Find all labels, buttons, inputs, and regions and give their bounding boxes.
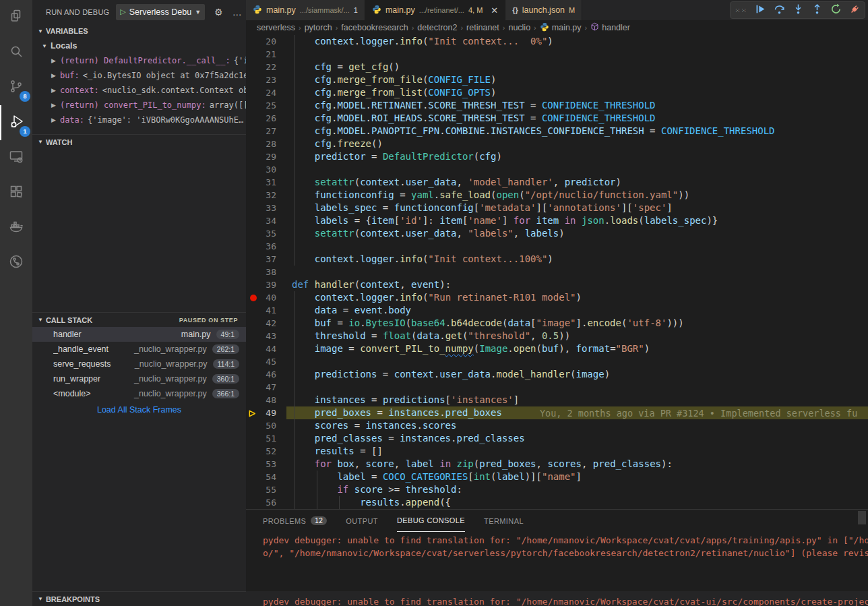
- code-line[interactable]: 30: [246, 163, 868, 176]
- gutter[interactable]: 30: [246, 163, 286, 176]
- gutter[interactable]: 56: [246, 496, 286, 509]
- breadcrumb-item-detectron2[interactable]: detectron2: [417, 23, 457, 32]
- variable-row[interactable]: ▶buf:<_io.BytesIO object at 0x7f5a2dc1ec…: [32, 68, 246, 83]
- call-stack-frame[interactable]: _handle_event_nuclio_wrapper.py262:1: [32, 342, 246, 357]
- gutter[interactable]: 43: [246, 330, 286, 342]
- gutter[interactable]: 48: [246, 394, 286, 406]
- gutter[interactable]: 38: [246, 266, 286, 278]
- code-line[interactable]: 23 cfg.merge_from_file(CONFIG_FILE): [246, 73, 868, 86]
- activity-item-run-and-debug[interactable]: 1: [0, 105, 32, 140]
- code-line[interactable]: 34 labels = {item['id']: item['name'] fo…: [246, 214, 868, 227]
- call-stack-section-header[interactable]: ▼ CALL STACK PAUSED ON STEP: [32, 312, 246, 327]
- breadcrumb-item-nuclio[interactable]: nuclio: [508, 23, 530, 32]
- gutter[interactable]: 28: [246, 138, 286, 150]
- toolbar-grip-icon[interactable]: ⁙⁙: [735, 7, 747, 14]
- code-line[interactable]: 21: [246, 48, 868, 61]
- gutter[interactable]: 31: [246, 176, 286, 189]
- gutter[interactable]: 36: [246, 240, 286, 253]
- step-over-button[interactable]: [773, 4, 785, 16]
- gutter[interactable]: 29: [246, 150, 286, 163]
- code-line[interactable]: 33 labels_spec = functionconfig['metadat…: [246, 202, 868, 214]
- code-line[interactable]: 47: [246, 381, 868, 394]
- variable-row[interactable]: ▶(return) DefaultPredictor.__call__:{'in…: [32, 53, 246, 68]
- code-line[interactable]: 39def handler(context, event):: [246, 278, 868, 291]
- panel-scrollbar-thumb[interactable]: [858, 511, 866, 524]
- code-line[interactable]: 45: [246, 355, 868, 368]
- activity-item-explorer[interactable]: [0, 0, 32, 35]
- tab-launch.json[interactable]: {}launch.jsonM: [505, 0, 582, 20]
- gutter[interactable]: 33: [246, 202, 286, 214]
- gutter[interactable]: 50: [246, 419, 286, 432]
- code-line[interactable]: 36: [246, 240, 868, 253]
- breakpoints-section-header[interactable]: ▼ BREAKPOINTS: [32, 591, 246, 606]
- gutter[interactable]: 34: [246, 214, 286, 227]
- gutter[interactable]: 25: [246, 99, 286, 112]
- code-line[interactable]: 52 results = []: [246, 445, 868, 458]
- gutter[interactable]: 51: [246, 432, 286, 445]
- gutter[interactable]: 46: [246, 368, 286, 381]
- code-line[interactable]: 31 setattr(context.user_data, 'model_han…: [246, 176, 868, 189]
- code-line[interactable]: 55 if score >= threshold:: [246, 483, 868, 496]
- code-line[interactable]: 54 label = COCO_CATEGORIES[int(label)]["…: [246, 471, 868, 483]
- gutter[interactable]: 20: [246, 35, 286, 48]
- disconnect-button[interactable]: [848, 4, 861, 16]
- code-line[interactable]: 20 context.logger.info("Init context... …: [246, 35, 868, 48]
- panel-tab-debug-console[interactable]: DEBUG CONSOLE: [397, 510, 465, 532]
- call-stack-frame[interactable]: handlermain.py49:1: [32, 327, 246, 342]
- gutter[interactable]: 44: [246, 342, 286, 355]
- gutter[interactable]: 39: [246, 278, 286, 291]
- code-line[interactable]: 42 buf = io.BytesIO(base64.b64decode(dat…: [246, 317, 868, 330]
- gutter[interactable]: 45: [246, 355, 286, 368]
- gutter[interactable]: 41: [246, 304, 286, 317]
- code-line[interactable]: 40 context.logger.info("Run retinanet-R1…: [246, 291, 868, 304]
- code-line[interactable]: 53 for box, score, label in zip(pred_box…: [246, 458, 868, 471]
- code-line[interactable]: 25 cfg.MODEL.RETINANET.SCORE_THRESH_TEST…: [246, 99, 868, 112]
- gutter[interactable]: 23: [246, 73, 286, 86]
- code-line[interactable]: 35 setattr(context.user_data, "labels", …: [246, 227, 868, 240]
- code-line[interactable]: 32 functionconfig = yaml.safe_load(open(…: [246, 189, 868, 202]
- code-line[interactable]: 50 scores = instances.scores: [246, 419, 868, 432]
- breadcrumb-item-pytorch[interactable]: pytorch: [305, 23, 332, 32]
- gutter[interactable]: 24: [246, 86, 286, 99]
- locals-scope-row[interactable]: ▼ Locals: [32, 38, 246, 53]
- debug-config-dropdown[interactable]: ▷ Serverless Debu ▼: [116, 4, 205, 20]
- code-line[interactable]: 27 cfg.MODEL.PANOPTIC_FPN.COMBINE.INSTAN…: [246, 125, 868, 138]
- call-stack-frame[interactable]: run_wrapper_nuclio_wrapper.py360:1: [32, 371, 246, 386]
- gutter[interactable]: 55: [246, 483, 286, 496]
- panel-tab-terminal[interactable]: TERMINAL: [484, 510, 524, 532]
- code-line[interactable]: 49 pred_boxes = instances.pred_boxesYou,…: [246, 406, 868, 419]
- load-all-stack-frames-link[interactable]: Load All Stack Frames: [32, 401, 246, 419]
- panel-tab-output[interactable]: OUTPUT: [346, 510, 378, 532]
- gear-icon[interactable]: ⚙: [214, 7, 223, 18]
- code-line[interactable]: 41 data = event.body: [246, 304, 868, 317]
- gutter[interactable]: 42: [246, 317, 286, 330]
- code-line[interactable]: 48 instances = predictions['instances']: [246, 394, 868, 406]
- breadcrumb-item-mainpy[interactable]: main.py: [540, 22, 582, 34]
- activity-item-git-graph[interactable]: [0, 245, 32, 280]
- gutter[interactable]: 40: [246, 291, 286, 304]
- close-icon[interactable]: ✕: [491, 5, 498, 16]
- step-into-button[interactable]: [792, 4, 804, 16]
- code-line[interactable]: 26 cfg.MODEL.ROI_HEADS.SCORE_THRESH_TEST…: [246, 112, 868, 125]
- breadcrumb-item-serverless[interactable]: serverless: [257, 23, 295, 32]
- gutter[interactable]: 52: [246, 445, 286, 458]
- panel-tab-problems[interactable]: PROBLEMS12: [263, 510, 327, 532]
- breadcrumb-item-retinanet[interactable]: retinanet: [466, 23, 499, 32]
- code-line[interactable]: 46 predictions = context.user_data.model…: [246, 368, 868, 381]
- code-line[interactable]: 28 cfg.freeze(): [246, 138, 868, 150]
- code-line[interactable]: 44 image = convert_PIL_to_numpy(Image.op…: [246, 342, 868, 355]
- code-line[interactable]: 37 context.logger.info("Init context...1…: [246, 253, 868, 266]
- gutter[interactable]: 26: [246, 112, 286, 125]
- gutter[interactable]: 47: [246, 381, 286, 394]
- variable-row[interactable]: ▶data:{'image': 'iVBORw0KGgoAAAANSUhE…: [32, 113, 246, 127]
- restart-button[interactable]: [830, 4, 842, 16]
- gutter[interactable]: 35: [246, 227, 286, 240]
- gutter[interactable]: 54: [246, 471, 286, 483]
- watch-section-header[interactable]: ▼ WATCH: [32, 134, 246, 149]
- gutter[interactable]: 27: [246, 125, 286, 138]
- code-editor[interactable]: 20 context.logger.info("Init context... …: [246, 35, 868, 509]
- gutter[interactable]: 37: [246, 253, 286, 266]
- call-stack-frame[interactable]: serve_requests_nuclio_wrapper.py114:1: [32, 357, 246, 371]
- gutter[interactable]: 49: [246, 406, 286, 419]
- variable-row[interactable]: ▶(return) convert_PIL_to_numpy:array([[[…: [32, 98, 246, 113]
